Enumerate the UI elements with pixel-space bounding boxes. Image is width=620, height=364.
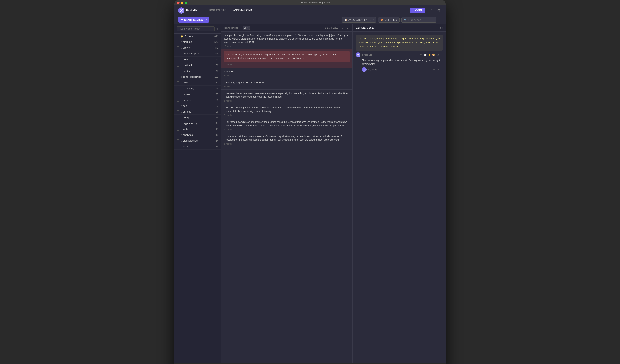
checkbox-cryptography[interactable] xyxy=(177,122,179,125)
count-textbook: 156 xyxy=(215,64,218,67)
settings-icon[interactable]: ⚙ xyxy=(436,8,442,13)
start-review-button[interactable]: ✏ START REVIEW ▾ xyxy=(178,17,209,23)
sidebar-item-marketing[interactable]: □ marketing 49 xyxy=(174,86,221,91)
sidebar-item-google[interactable]: □ google 26 xyxy=(174,115,221,121)
sidebar-search-area: + xyxy=(174,24,221,33)
more-icon-2[interactable]: ⋮ xyxy=(440,68,443,71)
external-link-icon[interactable]: ⬡ xyxy=(440,26,443,30)
filter-search-container: 🔍 xyxy=(402,17,436,23)
label-analytics: analytics xyxy=(183,134,216,136)
sidebar-item-cryptography[interactable]: □ cryptography 24 xyxy=(174,121,221,126)
checkbox-startups[interactable] xyxy=(177,41,179,43)
count-anki: 113 xyxy=(215,81,218,84)
checkbox-venturecapital[interactable] xyxy=(177,52,179,55)
sidebar-item-polar[interactable]: □ polar 244 xyxy=(174,57,221,62)
tab-annotations[interactable]: ANNOTATIONS xyxy=(230,5,255,15)
checkbox-google[interactable] xyxy=(177,116,179,119)
search-icon: 🔍 xyxy=(404,19,407,21)
checkbox-analytics[interactable] xyxy=(177,134,179,136)
label-marketing: marketing xyxy=(183,87,216,90)
user-avatar-1: U xyxy=(356,52,360,57)
checkbox-textbook[interactable] xyxy=(177,64,179,67)
annotation-item-1[interactable]: You, the reader, have gotten a huge barg… xyxy=(221,49,352,68)
sidebar-item-chrome[interactable]: □ chrome 26 xyxy=(174,109,221,115)
checkbox-seo[interactable] xyxy=(177,105,179,107)
sidebar-folders-header[interactable]: 📁 Folders 1011 xyxy=(174,33,221,39)
sidebar-item-textbook[interactable]: □ textbook 156 xyxy=(174,62,221,68)
second-toolbar: ✏ START REVIEW ▾ 📋 ANNOTATION TYPES ▾ 🎨 … xyxy=(174,15,446,24)
sidebar-item-anki[interactable]: □ anki 113 xyxy=(174,80,221,86)
maximize-btn[interactable] xyxy=(185,1,187,4)
sidebar-item-saas[interactable]: □ saas 14 xyxy=(174,144,221,150)
sidebar-item-firebase[interactable]: □ firebase 36 xyxy=(174,97,221,103)
next-page-button[interactable]: › xyxy=(346,26,349,30)
checkbox-saas[interactable] xyxy=(177,145,179,148)
annotation-types-button[interactable]: 📋 ANNOTATION TYPES ▾ xyxy=(342,17,376,23)
sidebar-item-spacedrepetition[interactable]: □ spacedrepetition 122 xyxy=(174,74,221,80)
annotation-item-0[interactable]: example, the Google File System [7] uses… xyxy=(221,31,352,49)
annotation-item-6[interactable]: For those unfamiliar, an aha moment (som… xyxy=(221,118,352,133)
checkbox-funding[interactable] xyxy=(177,70,179,73)
flash-icon-1[interactable]: ⚡ xyxy=(428,53,431,56)
count-google: 26 xyxy=(216,116,218,119)
annotation-comment-1-meta: U a year ago ✏ 💬 ⚡ 🎨 🏷 ⋮ xyxy=(356,52,443,57)
annotation-item-2[interactable]: hello guys. 4 days xyxy=(221,68,352,79)
minimize-btn[interactable] xyxy=(181,1,184,4)
prev-page-button[interactable]: ‹ xyxy=(341,26,344,30)
tag-icon-1[interactable]: 🏷 xyxy=(436,53,439,56)
titlebar: Polar: Document Repository xyxy=(174,0,446,5)
login-button[interactable]: LOGIN xyxy=(410,8,425,13)
sidebar-search-input[interactable] xyxy=(177,26,215,31)
checkbox-webdev[interactable] xyxy=(177,128,179,131)
checkbox-valuablestats[interactable] xyxy=(177,139,179,142)
checkbox-marketing[interactable] xyxy=(177,87,179,90)
checkbox-anki[interactable] xyxy=(177,81,179,84)
help-icon[interactable]: ? xyxy=(428,8,434,13)
annotation-item-4[interactable]: However, because none of these concerns … xyxy=(221,90,352,104)
sidebar-item-seo[interactable]: □ seo 30 xyxy=(174,103,221,109)
add-tag-button[interactable]: + xyxy=(216,27,218,31)
folder-icon-analytics: □ xyxy=(181,134,182,136)
annotation-text-2: hello guys. xyxy=(224,70,350,74)
comment-icon-1[interactable]: 💬 xyxy=(423,53,427,56)
edit-icon-1[interactable]: ✏ xyxy=(420,53,422,56)
annotation-item-3[interactable]: Fullstory, Mixpanel, Heap, Optimizely 6 … xyxy=(221,79,352,90)
sidebar-item-growth[interactable]: □ growth 442 xyxy=(174,45,221,51)
colors-button[interactable]: 🎨 COLORS ▾ xyxy=(378,17,400,23)
tab-documents[interactable]: DOCUMENTS xyxy=(206,5,230,15)
checkbox-polar[interactable] xyxy=(177,58,179,61)
sidebar-item-funding[interactable]: □ funding 148 xyxy=(174,68,221,74)
pagination-bar: Rows per page: 25 ▾ 1-25 of 1222 ‹ › xyxy=(221,24,352,31)
sidebar-item-webdev[interactable]: □ webdev 18 xyxy=(174,126,221,132)
sidebar-item-career[interactable]: □ career 37 xyxy=(174,91,221,97)
label-valuablestats: valuablestats xyxy=(183,139,216,142)
checkbox-growth[interactable] xyxy=(177,46,179,49)
sidebar-item-venturecapital[interactable]: □ venturecapital 344 xyxy=(174,51,221,57)
sidebar-item-startups[interactable]: □ startups 549 xyxy=(174,39,221,45)
annotation-meta-1: 18 hours xyxy=(224,63,350,66)
count-saas: 14 xyxy=(216,145,218,148)
more-icon-1[interactable]: ⋮ xyxy=(440,53,443,56)
more-options-button[interactable]: ⋮ xyxy=(438,18,442,22)
checkbox-spacedrepetition[interactable] xyxy=(177,76,179,78)
close-btn[interactable] xyxy=(177,1,180,4)
count-webdev: 18 xyxy=(216,128,218,131)
count-startups: 549 xyxy=(215,41,218,43)
dropdown-arrow: ▾ xyxy=(204,19,206,21)
annotation-item-5[interactable]: We take this for granted, but this simil… xyxy=(221,104,352,118)
checkbox-firebase[interactable] xyxy=(177,99,179,102)
checkbox-chrome[interactable] xyxy=(177,110,179,113)
rows-per-page-select[interactable]: 25 ▾ xyxy=(243,26,250,30)
sidebar-item-valuablestats[interactable]: □ valuablestats 14 xyxy=(174,138,221,144)
edit-icon-2[interactable]: ✏ xyxy=(433,68,435,71)
tag-icon-2[interactable]: 🏷 xyxy=(436,68,439,71)
palette-icon-1[interactable]: 🎨 xyxy=(432,53,435,56)
sidebar-item-analytics[interactable]: □ analytics 15 xyxy=(174,132,221,138)
count-valuablestats: 14 xyxy=(216,139,218,142)
checkbox-career[interactable] xyxy=(177,93,179,96)
sidebar-folders-checkbox[interactable] xyxy=(177,35,179,38)
filter-text-input[interactable] xyxy=(408,19,435,21)
logo-text: POLAR xyxy=(186,9,198,12)
annotation-item-7[interactable]: I conclude that the apparent absence of … xyxy=(221,133,352,147)
label-firebase: firebase xyxy=(183,99,216,102)
